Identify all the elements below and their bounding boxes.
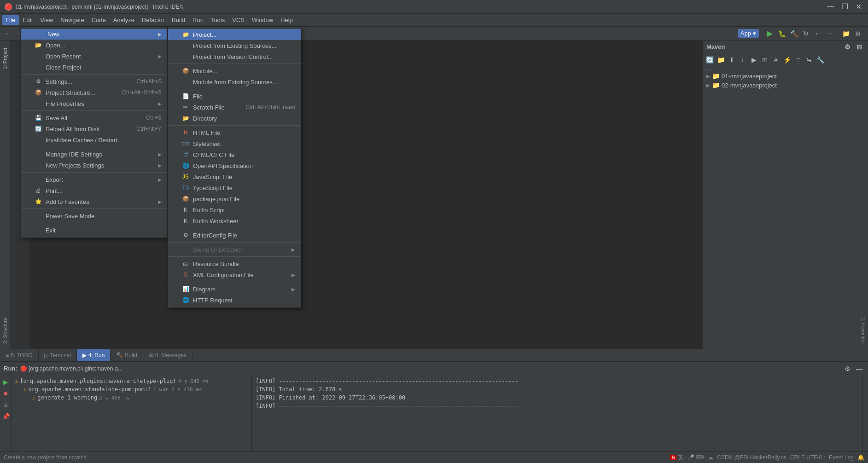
new-sub-resource-bundle[interactable]: 🗂 Resource Bundle <box>168 258 301 269</box>
new-sub-project-existing[interactable]: Project from Existing Sources... <box>168 40 301 51</box>
maven-wrench-btn[interactable]: 🔧 <box>815 55 825 65</box>
menu-help[interactable]: Help <box>277 15 297 25</box>
new-sub-js[interactable]: JS JavaScript File <box>168 171 301 182</box>
new-sub-project[interactable]: 📁 Project... <box>168 29 301 40</box>
new-sub-editorconfig[interactable]: ⚙ EditorConfig File <box>168 230 301 241</box>
toolbar-settings[interactable]: ⚙ <box>852 28 863 39</box>
run-play-btn[interactable]: ▶ <box>1 377 11 387</box>
tab-terminal[interactable]: ▷ Terminal <box>39 349 77 361</box>
menu-code[interactable]: Code <box>88 15 110 25</box>
toolbar-back[interactable]: ← <box>2 28 13 39</box>
menu-file[interactable]: File <box>2 15 19 25</box>
menu-item-new-projects-settings[interactable]: New Projects Settings ▶ <box>21 160 167 171</box>
menu-item-power-save[interactable]: Power Save Mode <box>21 210 167 221</box>
tab-todo[interactable]: ≡ 6: TODO <box>0 349 39 361</box>
menu-run[interactable]: Run <box>189 15 207 25</box>
minimize-btn[interactable]: — <box>825 2 836 11</box>
run-scroll-btn[interactable]: ≡ <box>1 400 11 410</box>
tab-build[interactable]: 🔨 Build <box>111 349 143 361</box>
maven-lifecycle-btn[interactable]: ▶ <box>749 55 759 65</box>
menu-item-close-project[interactable]: Close Project <box>21 62 167 73</box>
menu-navigate[interactable]: Navigate <box>57 15 87 25</box>
run-tree-item-3[interactable]: ⚠ generate 1 warning 2 s 468 ms <box>14 394 250 402</box>
run-header-controls[interactable]: ⚙ — <box>842 364 864 374</box>
toolbar-run[interactable]: ▶ <box>764 28 775 39</box>
menu-vcs[interactable]: VCS <box>228 15 248 25</box>
menu-edit[interactable]: Edit <box>19 15 36 25</box>
new-sub-module[interactable]: 📦 Module... <box>168 65 301 76</box>
new-sub-html[interactable]: H HTML File <box>168 127 301 138</box>
new-sub-ts[interactable]: TS TypeScript File <box>168 182 301 193</box>
menu-item-invalidate[interactable]: Invalidate Caches / Restart... <box>21 134 167 145</box>
project-tab[interactable]: 1: Project <box>1 44 9 73</box>
toolbar-build[interactable]: 🔨 <box>788 28 799 39</box>
menu-item-open-recent[interactable]: Open Recent ▶ <box>21 51 167 62</box>
run-collapse-btn[interactable]: — <box>854 364 864 374</box>
menu-item-add-favorites[interactable]: ⭐ Add to Favorites ▶ <box>21 196 167 207</box>
maximize-btn[interactable]: ❐ <box>840 2 850 11</box>
maven-add-btn[interactable]: 📁 <box>716 55 726 65</box>
toolbar-refresh[interactable]: ↻ <box>800 28 811 39</box>
menu-analyze[interactable]: Analyze <box>110 15 138 25</box>
menu-view[interactable]: View <box>36 15 57 25</box>
maven-run-btn[interactable]: + <box>738 55 748 65</box>
maven-project-1[interactable]: ▶ 📁 01-mvnjavaseproject <box>705 71 866 81</box>
run-tree-item-2[interactable]: ⚠ org.apache.maven:standalone-pom:pom:1 … <box>14 385 250 394</box>
tab-messages[interactable]: ✉ 0: Messages <box>143 349 192 361</box>
new-sub-directory[interactable]: 📂 Directory <box>168 113 301 124</box>
new-sub-package-json[interactable]: 📦 package.json File <box>168 193 301 204</box>
menu-window[interactable]: Window <box>248 15 277 25</box>
menu-item-save-all[interactable]: 💾 Save All Ctrl+S <box>21 112 167 123</box>
toolbar-debug[interactable]: 🐛 <box>776 28 787 39</box>
new-sub-diagram[interactable]: 📊 Diagram ▶ <box>168 284 301 295</box>
toolbar-nav-fwd[interactable]: → <box>824 28 835 39</box>
menu-item-export[interactable]: Export ▶ <box>21 174 167 185</box>
maven-skip-btn[interactable]: m <box>760 55 770 65</box>
close-btn[interactable]: ✕ <box>854 2 863 11</box>
new-sub-cfml[interactable]: cf CFML/CFC File <box>168 149 301 160</box>
menu-item-exit[interactable]: Exit <box>21 225 167 236</box>
new-sub-kotlin-worksheet[interactable]: K Kotlin Worksheet <box>168 215 301 226</box>
maven-project-2[interactable]: ▶ 📁 02-mvnjavaseproject <box>705 81 866 90</box>
new-sub-scratch[interactable]: ✏ Scratch File Ctrl+Alt+Shift+Insert <box>168 102 301 113</box>
menu-tools[interactable]: Tools <box>207 15 228 25</box>
app-dropdown[interactable]: App ▾ <box>738 29 759 38</box>
maven-source-btn[interactable]: ≡ <box>793 55 803 65</box>
maven-settings-btn[interactable]: ⚙ <box>842 42 852 52</box>
maven-download-btn[interactable]: ⬇ <box>727 55 737 65</box>
favorites-tab[interactable]: 2: Favorites <box>861 317 866 343</box>
menu-item-manage-ide[interactable]: Manage IDE Settings ▶ <box>21 149 167 160</box>
maven-expand-btn[interactable]: ⊟ <box>854 42 864 52</box>
menu-item-new[interactable]: New ▶ <box>21 29 167 40</box>
run-stop-btn[interactable]: ■ <box>1 388 11 399</box>
maven-collapse-btn[interactable]: ≒ <box>804 55 814 65</box>
new-sub-module-existing[interactable]: Module from Existing Sources... <box>168 76 301 87</box>
run-settings-btn[interactable]: ⚙ <box>842 364 852 374</box>
menu-item-project-structure[interactable]: 📦 Project Structure... Ctrl+Alt+Shift+S <box>21 87 167 98</box>
event-log-label[interactable]: Event Log <box>829 454 854 461</box>
menu-item-print[interactable]: 🖨 Print... <box>21 185 167 196</box>
new-sub-file[interactable]: 📄 File <box>168 91 301 102</box>
new-sub-css[interactable]: css Stylesheet <box>168 138 301 149</box>
menu-item-settings[interactable]: ⚙ Settings... Ctrl+Alt+S <box>21 76 167 87</box>
run-scrollbar[interactable] <box>862 375 868 451</box>
maven-header-controls[interactable]: ⚙ ⊟ <box>842 42 864 52</box>
run-pin-btn[interactable]: 📌 <box>1 411 11 422</box>
new-sub-openapi[interactable]: 🌐 OpenAPI Specification <box>168 160 301 171</box>
maven-refresh-btn[interactable]: 🔄 <box>705 55 715 65</box>
menu-item-open[interactable]: 📂 Open... <box>21 40 167 51</box>
maven-skip2-btn[interactable]: # <box>771 55 781 65</box>
menu-refactor[interactable]: Refactor <box>138 15 168 25</box>
toolbar-folder[interactable]: 📁 <box>840 28 851 39</box>
menu-item-reload[interactable]: 🔄 Reload All from Disk Ctrl+Alt+Y <box>21 123 167 134</box>
run-tree-item-1[interactable]: ⚠ [org.apache.maven.plugins:maven-archet… <box>14 377 250 385</box>
toolbar-nav-back[interactable]: ← <box>812 28 823 39</box>
structure-tab[interactable]: 2: Structure <box>2 318 8 344</box>
menu-item-file-properties[interactable]: File Properties ▶ <box>21 98 167 109</box>
new-sub-kotlin-script[interactable]: K Kotlin Script <box>168 204 301 215</box>
new-sub-http-request[interactable]: 🌐 HTTP Request <box>168 295 301 306</box>
window-controls[interactable]: — ❐ ✕ <box>825 2 863 11</box>
new-sub-xml-config[interactable]: X XML Configuration File ▶ <box>168 269 301 280</box>
maven-toggle-btn[interactable]: ⚡ <box>782 55 792 65</box>
new-sub-project-vcs[interactable]: Project from Version Control... <box>168 51 301 62</box>
